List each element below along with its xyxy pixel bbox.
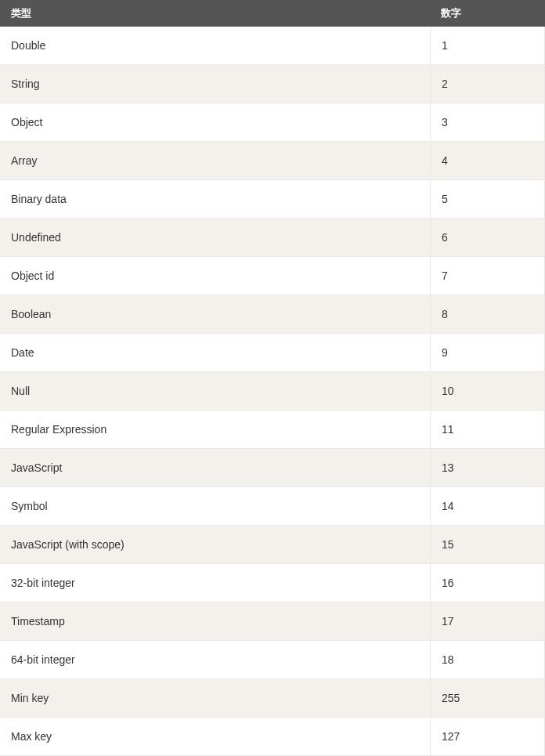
- cell-number: 3: [430, 103, 544, 142]
- cell-number: 10: [430, 372, 544, 411]
- table-row: Object id7: [0, 257, 545, 295]
- table-header-row: 类型 数字: [0, 0, 545, 27]
- cell-type: Object: [0, 103, 430, 142]
- cell-type: Min key: [0, 679, 430, 718]
- table-row: Min key255: [0, 679, 545, 718]
- cell-type: String: [0, 65, 430, 103]
- header-number: 数字: [430, 0, 544, 27]
- table-row: Null10: [0, 372, 545, 411]
- cell-type: Array: [0, 142, 430, 180]
- table-row: String2: [0, 65, 545, 103]
- cell-number: 16: [430, 564, 544, 602]
- cell-type: Max key: [0, 718, 430, 756]
- table-row: Array4: [0, 142, 545, 180]
- table-row: Binary data5: [0, 180, 545, 219]
- cell-type: Undefined: [0, 219, 430, 257]
- table-row: JavaScript13: [0, 449, 545, 487]
- table-row: Undefined6: [0, 219, 545, 257]
- cell-number: 255: [430, 679, 544, 718]
- cell-type: Binary data: [0, 180, 430, 219]
- cell-number: 13: [430, 449, 544, 487]
- table-row: 32-bit integer16: [0, 564, 545, 602]
- cell-type: 64-bit integer: [0, 641, 430, 679]
- cell-number: 4: [430, 142, 544, 180]
- cell-type: JavaScript (with scope): [0, 526, 430, 564]
- cell-number: 1: [430, 27, 544, 65]
- cell-type: Symbol: [0, 487, 430, 526]
- cell-type: JavaScript: [0, 449, 430, 487]
- cell-type: Timestamp: [0, 602, 430, 641]
- header-type: 类型: [0, 0, 430, 27]
- cell-number: 17: [430, 602, 544, 641]
- table-row: Max key127: [0, 718, 545, 756]
- cell-type: Boolean: [0, 295, 430, 334]
- cell-type: Null: [0, 372, 430, 411]
- cell-type: Object id: [0, 257, 430, 295]
- cell-number: 11: [430, 411, 544, 449]
- cell-type: Date: [0, 334, 430, 372]
- table-row: 64-bit integer18: [0, 641, 545, 679]
- cell-number: 7: [430, 257, 544, 295]
- cell-type: Double: [0, 27, 430, 65]
- types-table: 类型 数字 Double1String2Object3Array4Binary …: [0, 0, 545, 756]
- table-row: Object3: [0, 103, 545, 142]
- cell-number: 127: [430, 718, 544, 756]
- table-row: Timestamp17: [0, 602, 545, 641]
- cell-number: 14: [430, 487, 544, 526]
- table-row: Regular Expression11: [0, 411, 545, 449]
- table-row: Date9: [0, 334, 545, 372]
- cell-number: 6: [430, 219, 544, 257]
- cell-number: 18: [430, 641, 544, 679]
- cell-number: 15: [430, 526, 544, 564]
- cell-number: 8: [430, 295, 544, 334]
- cell-type: Regular Expression: [0, 411, 430, 449]
- table-row: Double1: [0, 27, 545, 65]
- cell-number: 9: [430, 334, 544, 372]
- cell-number: 5: [430, 180, 544, 219]
- cell-type: 32-bit integer: [0, 564, 430, 602]
- table-row: Symbol14: [0, 487, 545, 526]
- cell-number: 2: [430, 65, 544, 103]
- table-row: JavaScript (with scope)15: [0, 526, 545, 564]
- table-row: Boolean8: [0, 295, 545, 334]
